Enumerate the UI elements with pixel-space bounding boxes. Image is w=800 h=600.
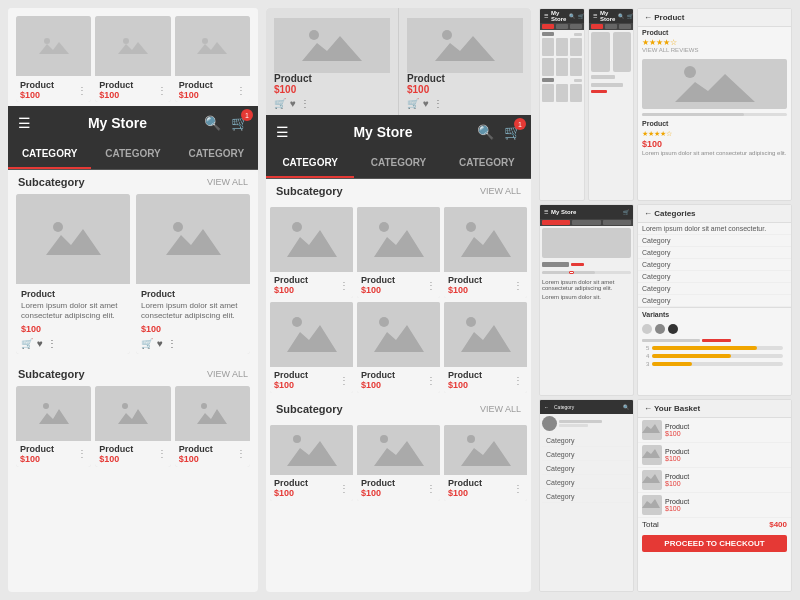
svg-point-15 <box>466 317 476 327</box>
search-icon[interactable]: 🔍 <box>204 115 221 131</box>
product-price: $100 <box>448 488 482 498</box>
color-swatches <box>638 321 791 337</box>
wf-cat-item[interactable]: Category <box>542 463 631 475</box>
product-name: Product <box>361 275 395 285</box>
product-price: $100 <box>99 90 133 100</box>
product-detail-name-2: Product <box>638 118 791 129</box>
svg-point-2 <box>202 38 208 44</box>
view-all-link-2[interactable]: VIEW ALL <box>480 404 521 414</box>
category-tab-2[interactable]: CATEGORY <box>354 149 442 178</box>
more-options-icon[interactable]: ⋮ <box>167 338 177 349</box>
product-image <box>175 16 250 76</box>
hamburger-icon[interactable]: ☰ <box>18 115 31 131</box>
product-card-info: Product Lorem ipsum dolor sit amet conse… <box>16 284 130 354</box>
product-price: $100 <box>141 324 245 334</box>
wf-cat-item[interactable]: Category <box>542 491 631 503</box>
product-description: Lorem ipsum dolor sit amet consectetur a… <box>21 301 125 322</box>
product-menu-icon[interactable]: ⋮ <box>157 448 167 459</box>
wf-cat-item[interactable]: Category <box>542 477 631 489</box>
category-tab-3[interactable]: CATEGORY <box>443 149 531 178</box>
preview-product-name: Product <box>274 73 390 84</box>
category-tab-1[interactable]: CATEGORY <box>8 140 91 169</box>
wf-cat-item[interactable]: Category <box>542 435 631 447</box>
category-tab-2[interactable]: CATEGORY <box>91 140 174 169</box>
heart-action-icon[interactable]: ♥ <box>290 98 296 109</box>
svg-point-11 <box>379 222 389 232</box>
product-menu-icon[interactable]: ⋮ <box>339 483 349 494</box>
product-menu-icon[interactable]: ⋮ <box>339 280 349 291</box>
cart-action-icon[interactable]: 🛒 <box>274 98 286 109</box>
basket-item: Product $100 <box>638 468 791 493</box>
grid-product-card: Product$100 ⋮ <box>270 425 353 501</box>
total-price: $400 <box>769 520 787 529</box>
more-action-icon[interactable]: ⋮ <box>433 98 443 109</box>
wireframe-store-2: ☰ My Store 🔍 🛒 <box>588 8 634 201</box>
product-image-xs <box>175 386 250 441</box>
product-name: Product <box>274 370 308 380</box>
more-options-icon[interactable]: ⋮ <box>47 338 57 349</box>
category-list-item[interactable]: Category <box>638 235 791 247</box>
checkout-button[interactable]: PROCEED TO CHECKOUT <box>642 535 787 552</box>
product-detail-desc: Lorem ipsum dolor sit amet consectetur a… <box>638 149 791 157</box>
wishlist-icon[interactable]: ♥ <box>37 338 43 349</box>
product-menu-icon[interactable]: ⋮ <box>513 280 523 291</box>
wf-text-2: Lorem ipsum dolor sit. <box>542 294 631 300</box>
grid-product-card: Product$100 ⋮ <box>444 425 527 501</box>
svg-point-12 <box>466 222 476 232</box>
product-menu-icon[interactable]: ⋮ <box>426 280 436 291</box>
basket-product-price: $100 <box>665 505 787 512</box>
product-menu-icon[interactable]: ⋮ <box>339 375 349 386</box>
product-card: Product $100 ⋮ <box>175 16 250 102</box>
product-card-info: Product Lorem ipsum dolor sit amet conse… <box>136 284 250 354</box>
preview-actions: 🛒 ♥ ⋮ <box>407 98 523 109</box>
product-menu-icon[interactable]: ⋮ <box>236 85 246 96</box>
wf-cat-item[interactable]: Category <box>542 449 631 461</box>
view-all-link[interactable]: VIEW ALL <box>207 177 248 187</box>
preview-image <box>274 18 390 73</box>
product-menu-icon[interactable]: ⋮ <box>157 85 167 96</box>
grid-product-card: Product$100 ⋮ <box>357 207 440 298</box>
product-menu-icon[interactable]: ⋮ <box>236 448 246 459</box>
wf-category-label: Category <box>554 404 574 410</box>
category-tabs-middle: CATEGORY CATEGORY CATEGORY <box>266 149 531 179</box>
category-tab-1[interactable]: CATEGORY <box>266 149 354 178</box>
product-name: Product <box>179 80 213 90</box>
view-all-link[interactable]: VIEW ALL <box>480 186 521 196</box>
cart-action-icon[interactable]: 🛒 <box>407 98 419 109</box>
swatch-light[interactable] <box>642 324 652 334</box>
category-tab-3[interactable]: CATEGORY <box>175 140 258 169</box>
category-list-item[interactable]: Category <box>638 259 791 271</box>
basket-product-name: Product <box>665 448 787 455</box>
top-preview-row: Product $100 🛒 ♥ ⋮ Product $100 🛒 ♥ ⋮ <box>266 8 531 115</box>
category-list-item[interactable]: Category <box>638 271 791 283</box>
product-menu-icon[interactable]: ⋮ <box>513 375 523 386</box>
category-list-item[interactable]: Category <box>638 283 791 295</box>
view-all-link-2[interactable]: VIEW ALL <box>207 369 248 379</box>
heart-action-icon[interactable]: ♥ <box>423 98 429 109</box>
swatch-dark[interactable] <box>668 324 678 334</box>
product-menu-icon[interactable]: ⋮ <box>426 483 436 494</box>
category-list-item[interactable]: Category <box>638 247 791 259</box>
hamburger-icon[interactable]: ☰ <box>276 124 289 140</box>
more-action-icon[interactable]: ⋮ <box>300 98 310 109</box>
cart-wrapper[interactable]: 🛒 1 <box>231 114 248 132</box>
product-menu-icon[interactable]: ⋮ <box>426 375 436 386</box>
wishlist-icon[interactable]: ♥ <box>157 338 163 349</box>
bottom-product-grid: Product $100 ⋮ Product $100 ⋮ <box>8 386 258 475</box>
svg-point-14 <box>379 317 389 327</box>
add-to-cart-icon[interactable]: 🛒 <box>141 338 153 349</box>
cart-wrapper[interactable]: 🛒 1 <box>504 123 521 141</box>
search-icon[interactable]: 🔍 <box>477 124 494 140</box>
product-name: Product <box>448 478 482 488</box>
swatch-medium[interactable] <box>655 324 665 334</box>
preview-product-price: $100 <box>407 84 523 95</box>
add-to-cart-icon[interactable]: 🛒 <box>21 338 33 349</box>
product-menu-icon[interactable]: ⋮ <box>77 448 87 459</box>
subcategory-label: Subcategory <box>276 185 343 197</box>
category-list-item[interactable]: Category <box>638 295 791 307</box>
view-reviews-link[interactable]: VIEW ALL REVIEWS <box>638 47 791 55</box>
basket-product-name: Product <box>665 498 787 505</box>
preview-card: Product $100 🛒 ♥ ⋮ <box>399 8 531 115</box>
product-menu-icon[interactable]: ⋮ <box>77 85 87 96</box>
product-menu-icon[interactable]: ⋮ <box>513 483 523 494</box>
